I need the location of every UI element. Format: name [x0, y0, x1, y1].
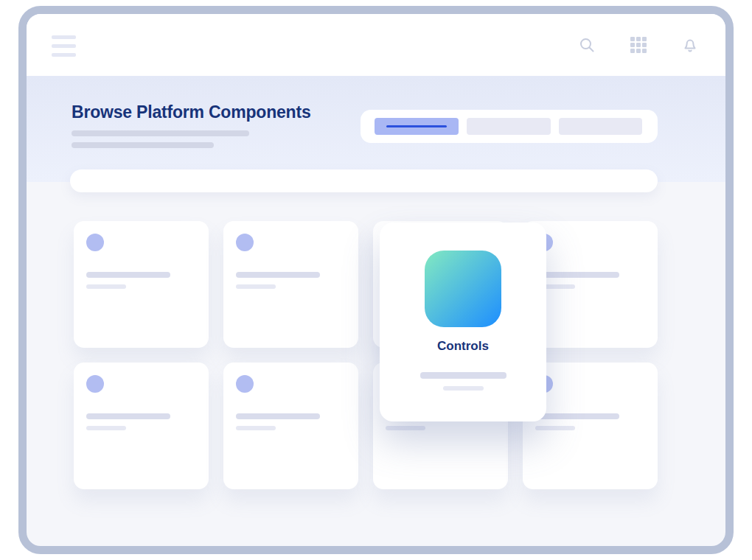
- subtitle-placeholder-bar: [535, 426, 575, 430]
- tab-3[interactable]: [559, 118, 642, 135]
- avatar: [86, 375, 104, 393]
- title-placeholder-bar: [86, 413, 170, 419]
- subtitle-placeholder-bar: [86, 284, 126, 289]
- subtitle-placeholder-bar: [236, 426, 276, 430]
- header-band: Browse Platform Components: [27, 76, 725, 182]
- subtitle-placeholder-bar: [72, 130, 249, 136]
- notifications-bell-icon[interactable]: [681, 36, 699, 54]
- subtitle-placeholder-bar: [86, 426, 126, 430]
- view-tabs: [361, 110, 658, 143]
- topbar-icon-group: [578, 36, 699, 54]
- active-tab-indicator: [386, 125, 447, 127]
- subtitle-placeholder-bar: [236, 284, 276, 289]
- apps-grid-icon[interactable]: [630, 36, 647, 54]
- title-placeholder-bar: [236, 272, 320, 278]
- search-bar[interactable]: [70, 169, 658, 192]
- featured-card-controls[interactable]: Controls: [380, 223, 546, 421]
- page-title: Browse Platform Components: [72, 102, 311, 122]
- component-card[interactable]: [74, 363, 209, 489]
- tab-2[interactable]: [467, 118, 551, 135]
- component-card[interactable]: [223, 363, 358, 489]
- component-card[interactable]: [74, 221, 209, 348]
- component-grid: [74, 221, 658, 489]
- top-navigation-bar: [27, 14, 725, 76]
- featured-card-label: Controls: [437, 339, 489, 354]
- title-placeholder-bar: [86, 272, 170, 278]
- search-icon[interactable]: [578, 36, 596, 54]
- tab-1-active[interactable]: [375, 118, 459, 135]
- text-placeholder-bar: [420, 372, 506, 379]
- app-content: Controls Browse Platform Components: [27, 14, 725, 546]
- subtitle-placeholder-bar: [72, 142, 214, 148]
- title-placeholder-bar: [535, 272, 619, 278]
- component-card[interactable]: [223, 221, 358, 348]
- title-placeholder-bar: [535, 413, 619, 419]
- avatar: [236, 375, 254, 393]
- app-window: Controls Browse Platform Components: [18, 6, 734, 554]
- avatar: [86, 234, 104, 251]
- avatar: [236, 234, 254, 251]
- text-placeholder-bar: [443, 386, 484, 391]
- title-placeholder-bar: [236, 413, 320, 419]
- subtitle-placeholder-bar: [386, 426, 425, 430]
- controls-gradient-icon: [425, 251, 501, 327]
- menu-icon[interactable]: [52, 35, 76, 62]
